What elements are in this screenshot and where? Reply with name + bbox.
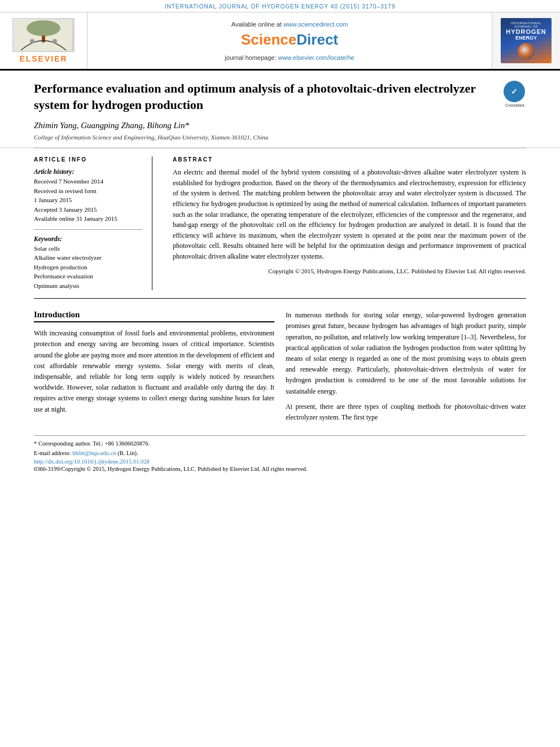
abstract-heading: ABSTRACT: [173, 156, 526, 163]
keyword-5: Optimum analysis: [34, 281, 143, 291]
sciencedirect-logo: ScienceDirect: [241, 31, 338, 49]
svg-rect-2: [42, 36, 45, 42]
received-text: Received 7 November 2014: [34, 177, 143, 186]
journal-header: ELSEVIER Available online at www.science…: [0, 12, 560, 71]
author-list: Zhimin Yang, Guangping Zhang, Bihong Lin…: [34, 121, 526, 130]
keyword-2: Alkaline water electrolyzer: [34, 253, 143, 263]
issn-text: 0360-3199/Copyright © 2015, Hydrogen Ene…: [34, 466, 526, 472]
available-text: Available online 31 January 2015: [34, 214, 143, 224]
article-title-section: ✓ CrossMark Performance evaluation and o…: [0, 71, 560, 148]
header-center: Available online at www.sciencedirect.co…: [88, 12, 492, 69]
abstract-text: An electric and thermal model of the hyb…: [173, 167, 526, 261]
available-online-text: Available online at www.sciencedirect.co…: [231, 21, 348, 28]
affiliation: College of Information Science and Engin…: [34, 134, 526, 141]
intro-paragraph-3: At present, there are three types of cou…: [286, 401, 526, 423]
journal-homepage-text: journal homepage: www.elsevier.com/locat…: [225, 54, 354, 61]
introduction-title: Introduction: [34, 310, 274, 322]
elsevier-label: ELSEVIER: [19, 54, 67, 63]
article-title: Performance evaluation and optimum analy…: [34, 81, 526, 113]
email-link[interactable]: bhlin@hqu.edu.cn: [72, 450, 116, 456]
abstract-section: ABSTRACT An electric and thermal model o…: [164, 156, 526, 290]
keyword-4: Performance evaluation: [34, 272, 143, 281]
crossmark-badge: ✓ CrossMark: [504, 81, 526, 103]
two-column-layout: Introduction With increasing consumption…: [34, 310, 526, 427]
journal-cover-image: INTERNATIONALJOURNAL OF HYDROGEN ENERGY: [501, 18, 552, 63]
intro-paragraph-2: In numerous methods for storing solar en…: [286, 310, 526, 397]
journal-name: INTERNATIONAL JOURNAL OF HYDROGEN ENERGY…: [165, 3, 395, 10]
article-info-panel: ARTICLE INFO Article history: Received 7…: [34, 156, 152, 290]
sciencedirect-url[interactable]: www.sciencedirect.com: [283, 21, 348, 28]
main-content: Introduction With increasing consumption…: [34, 299, 526, 427]
elsevier-logo-box: ELSEVIER: [0, 12, 88, 69]
doi-anchor[interactable]: http://dx.doi.org/10.1016/j.ijhydene.201…: [34, 458, 150, 465]
keyword-1: Solar cells: [34, 244, 143, 254]
email-line: E-mail address: bhlin@hqu.edu.cn (B. Lin…: [34, 449, 526, 458]
keywords-label: Keywords:: [34, 235, 143, 242]
info-divider: [34, 229, 143, 230]
svg-point-4: [53, 39, 57, 43]
copyright-text: Copyright © 2015, Hydrogen Energy Public…: [173, 267, 526, 276]
article-body: ARTICLE INFO Article history: Received 7…: [0, 148, 560, 471]
revised-label: Received in revised form: [34, 186, 143, 196]
journal-header-bar: INTERNATIONAL JOURNAL OF HYDROGEN ENERGY…: [0, 0, 560, 12]
svg-point-1: [27, 20, 60, 36]
column-right: In numerous methods for storing solar en…: [286, 310, 526, 427]
history-label: Article history:: [34, 168, 143, 175]
journal-homepage-url[interactable]: www.elsevier.com/locate/he: [278, 54, 355, 61]
keyword-3: Hydrogen production: [34, 263, 143, 272]
svg-point-3: [30, 39, 34, 43]
article-info-heading: ARTICLE INFO: [34, 156, 143, 163]
journal-cover-box: INTERNATIONALJOURNAL OF HYDROGEN ENERGY: [492, 12, 560, 69]
column-left: Introduction With increasing consumption…: [34, 310, 274, 427]
article-info-abstract: ARTICLE INFO Article history: Received 7…: [34, 148, 526, 299]
accepted-text: Accepted 3 January 2015: [34, 205, 143, 215]
footnote-section: * Corresponding author. Tel.: +86 136060…: [34, 435, 526, 472]
elsevier-tree-image: [12, 18, 75, 52]
intro-paragraph-1: With increasing consumption of fossil fu…: [34, 328, 274, 415]
doi-link: http://dx.doi.org/10.1016/j.ijhydene.201…: [34, 458, 526, 465]
corresponding-author: * Corresponding author. Tel.: +86 136060…: [34, 439, 526, 449]
revised-date: 1 January 2015: [34, 195, 143, 205]
